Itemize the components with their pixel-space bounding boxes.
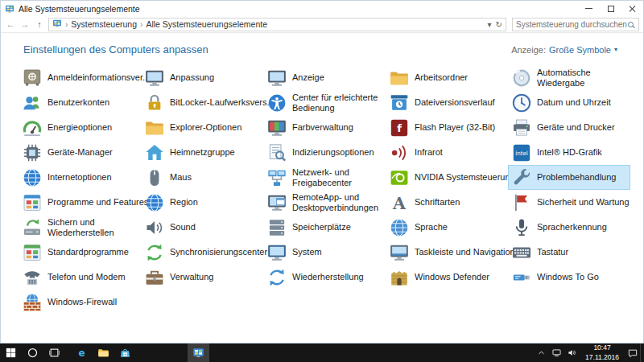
cpl-item-device-manager[interactable]: Geräte-Manager [19, 140, 141, 165]
taskbar-task-view-button[interactable] [43, 343, 65, 362]
cpl-item-mouse[interactable]: Maus [141, 165, 263, 190]
cpl-item-label: System [292, 247, 322, 257]
cpl-item-backup-and-restore[interactable]: Sichern und Wiederherstellen [19, 215, 141, 240]
taskbar: e10:4717.11.2016 [0, 343, 644, 362]
cpl-item-label: Center für erleichterte Bedienung [292, 93, 378, 113]
taskbar-and-navigation-icon [389, 242, 410, 263]
taskbar-edge-button[interactable]: e [71, 343, 93, 362]
view-value-dropdown[interactable]: Große Symbole [549, 45, 611, 55]
cpl-item-file-history[interactable]: Dateiversionsverlauf [386, 90, 508, 115]
cpl-item-personalization[interactable]: Anpassung [141, 65, 263, 90]
refresh-button[interactable]: ↻ [496, 20, 502, 29]
cpl-item-network-and-sharing-center[interactable]: Netzwerk- und Freigabecenter [263, 165, 386, 190]
address-bar[interactable]: › Systemsteuerung › Alle Systemsteuerung… [48, 18, 506, 31]
cpl-item-speech-recognition[interactable]: Spracherkennung [508, 215, 630, 240]
cpl-item-taskbar-and-navigation[interactable]: Taskleiste und Navigation [386, 240, 508, 265]
cpl-item-sound[interactable]: Sound [141, 215, 263, 240]
cpl-item-default-programs[interactable]: Standardprogramme [19, 240, 141, 265]
cpl-item-label: Energieoptionen [47, 122, 112, 132]
cpl-item-security-and-maintenance[interactable]: Sicherheit und Wartung [508, 190, 630, 215]
cpl-item-programs-and-features[interactable]: Programme und Features [19, 190, 141, 215]
minimize-icon [585, 8, 592, 9]
power-options-icon [22, 117, 43, 138]
cpl-item-label: Speicherplätze [292, 222, 351, 232]
taskbar-network-button[interactable] [549, 343, 564, 362]
volume-icon [567, 348, 577, 358]
taskbar-control-panel-button[interactable] [188, 343, 209, 362]
close-button[interactable] [621, 1, 643, 16]
cpl-item-phone-and-modem[interactable]: Telefon und Modem [19, 265, 141, 290]
cpl-item-nvidia-control-panel[interactable]: NVIDIA Systemsteuerung [386, 165, 508, 190]
cpl-item-windows-firewall[interactable]: Windows-Firewall [19, 290, 141, 315]
minimize-button[interactable] [578, 1, 600, 16]
address-history-button[interactable]: ▾ [488, 20, 492, 29]
cpl-item-color-management[interactable]: Farbverwaltung [263, 115, 386, 140]
user-accounts-icon [22, 93, 43, 113]
cpl-item-credential-manager[interactable]: Anmeldeinformationsver... [19, 65, 141, 90]
cpl-item-system[interactable]: System [263, 240, 386, 265]
breadcrumb-item-systemsteuerung[interactable]: Systemsteuerung [71, 19, 137, 29]
breadcrumb-item-alle-elemente[interactable]: Alle Systemsteuerungselemente [146, 19, 267, 29]
cpl-item-sync-center[interactable]: Synchronisierungscenter [141, 240, 263, 265]
search-input[interactable] [516, 20, 628, 29]
cpl-item-display[interactable]: Anzeige [263, 65, 386, 90]
cpl-item-bitlocker-drive-encryption[interactable]: BitLocker-Laufwerksvers... [141, 90, 263, 115]
fonts-icon: A [389, 192, 410, 213]
cpl-item-devices-and-printers[interactable]: Geräte und Drucker [508, 115, 630, 140]
maximize-button[interactable] [600, 1, 621, 16]
taskbar-search-button[interactable] [22, 343, 43, 362]
cpl-item-autoplay[interactable]: Automatische Wiedergabe [508, 65, 630, 90]
forward-button[interactable]: → [19, 20, 31, 29]
action-center-icon [627, 348, 638, 359]
cpl-item-label: Windows To Go [537, 272, 599, 282]
cpl-item-storage-spaces[interactable]: Speicherplätze [263, 215, 386, 240]
show-desktop-button[interactable] [640, 343, 644, 362]
cpl-item-label: Synchronisierungscenter [170, 247, 267, 257]
cpl-item-label: Arbeitsordner [415, 72, 468, 82]
cpl-item-power-options[interactable]: Energieoptionen [19, 115, 141, 140]
cpl-item-recovery[interactable]: Wiederherstellung [263, 265, 386, 290]
cpl-item-fonts[interactable]: ASchriftarten [386, 190, 508, 215]
taskbar-start-button[interactable] [0, 343, 22, 362]
taskbar-store-button[interactable] [114, 343, 136, 362]
cpl-item-troubleshooting[interactable]: Problembehandlung [508, 165, 630, 190]
storage-spaces-icon [266, 217, 287, 238]
cpl-item-label: Standardprogramme [47, 247, 129, 257]
autoplay-icon [511, 68, 532, 88]
up-button[interactable]: ↑ [34, 20, 45, 29]
taskbar-volume-button[interactable] [564, 343, 580, 362]
cpl-item-label: Netzwerk- und Freigabecenter [292, 167, 352, 187]
cpl-item-region[interactable]: Region [141, 190, 263, 215]
intel-hd-graphics-icon: intel [511, 142, 532, 163]
taskbar-chevron-up-button[interactable] [534, 343, 549, 362]
cpl-item-indexing-options[interactable]: Indizierungsoptionen [263, 140, 386, 165]
taskbar-clock[interactable]: 10:4717.11.2016 [580, 343, 625, 361]
cpl-item-windows-to-go[interactable]: Windows To Go [508, 265, 630, 290]
cpl-item-work-folders[interactable]: Arbeitsordner [386, 65, 508, 90]
cpl-item-language[interactable]: Sprache [386, 215, 508, 240]
cpl-item-label: Spracherkennung [537, 222, 607, 232]
taskbar-action-center-button[interactable] [625, 343, 640, 362]
remoteapp-desktop-connections-icon [266, 192, 287, 213]
back-button[interactable]: ← [5, 20, 16, 29]
security-and-maintenance-icon [511, 192, 532, 213]
cpl-item-explorer-options[interactable]: Explorer-Optionen [141, 115, 263, 140]
cpl-item-date-and-time[interactable]: Datum und Uhrzeit [508, 90, 630, 115]
cpl-item-keyboard[interactable]: Tastatur [508, 240, 630, 265]
cpl-item-user-accounts[interactable]: Benutzerkonten [19, 90, 141, 115]
taskbar-file-explorer-button[interactable] [93, 343, 114, 362]
sound-icon [144, 217, 165, 238]
cpl-item-intel-hd-graphics[interactable]: intelIntel® HD-Grafik [508, 140, 630, 165]
administrative-tools-icon [144, 267, 165, 288]
cpl-item-remoteapp-desktop-connections[interactable]: RemoteApp- und Desktopverbindungen [263, 190, 386, 215]
cpl-item-homegroup[interactable]: Heimnetzgruppe [141, 140, 263, 165]
clock-time: 10:47 [585, 343, 619, 352]
cpl-item-windows-defender[interactable]: Windows Defender [386, 265, 508, 290]
cpl-item-ease-of-access-center[interactable]: Center für erleichterte Bedienung [263, 90, 386, 115]
cpl-item-label: Anmeldeinformationsver... [47, 72, 150, 82]
cpl-item-administrative-tools[interactable]: Verwaltung [141, 265, 263, 290]
svg-text:A: A [392, 193, 407, 212]
cpl-item-internet-options[interactable]: Internetoptionen [19, 165, 141, 190]
cpl-item-flash-player[interactable]: fFlash Player (32-Bit) [386, 115, 508, 140]
cpl-item-infrared[interactable]: Infrarot [386, 140, 508, 165]
